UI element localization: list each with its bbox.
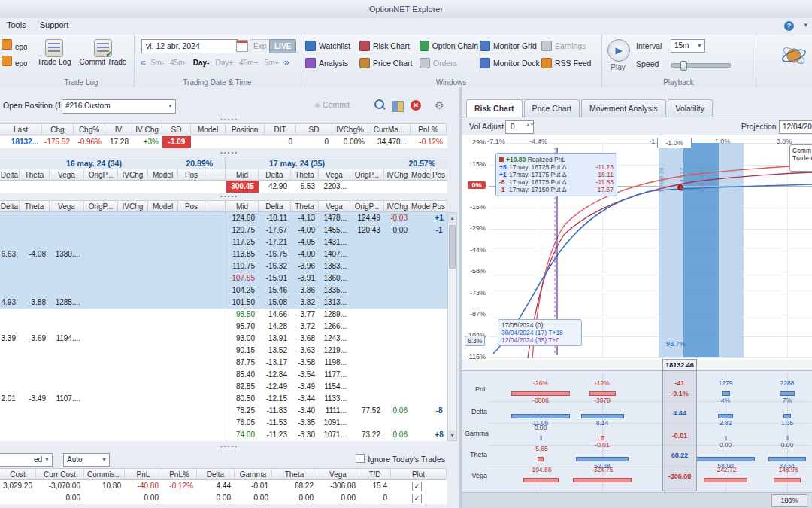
ignore-trades-checkbox[interactable]	[356, 454, 365, 463]
option-chain-row[interactable]: 95.70-14.28-3.721266...	[0, 321, 447, 333]
commit-button[interactable]: Commit	[314, 100, 350, 109]
option-chain-row[interactable]: 120.75-17.67-4.091455...120.430.00-1	[0, 224, 447, 236]
scroll-down-icon[interactable]: ▼	[448, 430, 456, 440]
option-chain-row[interactable]: 87.75-13.17-3.581198...	[0, 357, 447, 369]
column-header[interactable]: DIT	[265, 123, 296, 135]
help-icon[interactable]: ?	[784, 21, 794, 31]
position-selector[interactable]: #216 Custom	[62, 99, 176, 114]
column-header[interactable]: Gamma	[235, 468, 272, 480]
column-header[interactable]: Model	[148, 169, 178, 181]
speed-slider-thumb[interactable]	[680, 61, 687, 71]
speed-slider[interactable]	[671, 63, 731, 68]
column-header[interactable]: OrigP...	[84, 169, 118, 181]
tab-price-chart[interactable]: Price Chart	[524, 99, 580, 117]
splitter-dots[interactable]	[0, 194, 459, 199]
column-header[interactable]: Vega	[319, 169, 350, 181]
scroll-up-icon[interactable]: ▲	[448, 213, 456, 223]
column-header[interactable]: OrigP...	[350, 169, 384, 181]
column-header[interactable]	[205, 169, 226, 181]
expiry-left[interactable]: 16 may. 24 (34) 20.89%	[0, 157, 226, 169]
commit-trade-button[interactable]: Commit Trade	[78, 38, 128, 72]
nav-5m+[interactable]: 5m+	[261, 56, 282, 70]
nav-Day+[interactable]: Day+	[212, 56, 236, 70]
column-header[interactable]: Pos	[431, 169, 447, 181]
columns-icon[interactable]	[392, 101, 404, 112]
column-header[interactable]: Model	[411, 200, 431, 212]
nav-5m-[interactable]: 5m-	[148, 56, 167, 70]
option-chain-row[interactable]: 104.25-15.46-3.861335...	[0, 284, 447, 297]
expiry-right[interactable]: 17 may. 24 (35) 20.57%	[226, 157, 447, 169]
column-header[interactable]: Pos	[178, 200, 205, 212]
menu-support[interactable]: Support	[33, 18, 76, 32]
column-header[interactable]: Theta	[291, 200, 319, 212]
chain-scrollbar[interactable]: ▲ ▼	[447, 212, 457, 441]
column-header[interactable]: Theta	[291, 169, 319, 181]
play-button[interactable]	[607, 39, 630, 62]
plot-checkbox[interactable]: ✓	[412, 482, 422, 491]
column-header[interactable]: Delta	[197, 468, 235, 480]
auto-dropdown[interactable]: Auto	[63, 453, 110, 467]
column-header[interactable]: IVChg	[118, 200, 148, 212]
windows-item-monitor-grid[interactable]: Monitor Grid	[478, 38, 540, 53]
chain-upper-row[interactable]: 300.4542.90-6.532203...	[0, 181, 447, 193]
column-header[interactable]: IVChg	[118, 169, 148, 181]
option-chain-row[interactable]: 98.50-14.66-3.771289...	[0, 309, 447, 321]
column-header[interactable]: Model	[148, 200, 178, 212]
option-chain-row[interactable]: 90.15-13.52-3.631219...	[0, 345, 447, 357]
column-header[interactable]: Pos	[178, 169, 205, 181]
option-chain-row[interactable]: 110.75-16.32-3.961383...	[0, 260, 447, 272]
option-chain-row[interactable]: 124.60-18.11-4.131478...124.49-0.03+1	[0, 212, 447, 224]
windows-item-earnings[interactable]: Earnings	[540, 38, 592, 53]
windows-item-risk-chart[interactable]: Risk Chart	[358, 38, 418, 53]
column-header[interactable]: IVChg	[384, 200, 411, 212]
windows-item-orders[interactable]: Orders	[418, 56, 478, 71]
risk-chart[interactable]: +10.80 Realized PnL+817may. 16725 Put Δ-…	[462, 135, 812, 360]
column-header[interactable]: Theta	[20, 200, 50, 212]
option-chain-row[interactable]: 2.01-3.491107....80.50-12.15-3.441133...	[0, 393, 447, 405]
menu-tools[interactable]: Tools	[0, 18, 33, 32]
windows-item-option-chain[interactable]: Option Chain	[418, 38, 478, 53]
column-header[interactable]: Delta	[0, 169, 20, 181]
option-chain-row[interactable]: 107.65-15.91-3.911360...	[0, 272, 447, 284]
totals-row[interactable]: 0.000.000.000.000.000.000✓	[0, 492, 447, 504]
column-header[interactable]: Mid	[226, 169, 259, 181]
close-position-icon[interactable]: ✕	[411, 100, 421, 111]
column-header[interactable]: Pos	[431, 200, 447, 212]
nav-45m+[interactable]: 45m+	[236, 56, 261, 70]
tab-movement-analysis[interactable]: Movement Analysis	[581, 99, 665, 117]
column-header[interactable]: PnL%	[162, 468, 197, 480]
nav-Day-[interactable]: Day-	[190, 56, 213, 70]
column-header[interactable]: IVChg	[384, 169, 411, 181]
totals-row[interactable]: 3,029.20-3,070.0010.80-40.80-0.12%4.44-0…	[0, 480, 447, 492]
trade-log-button[interactable]: Trade Log	[35, 38, 74, 72]
windows-item-analysis[interactable]: Analysis	[304, 56, 358, 71]
vol-adjust-spinner[interactable]: 0	[505, 120, 534, 134]
column-header[interactable]: Delta	[0, 200, 20, 212]
column-header[interactable]: OrigP...	[84, 200, 118, 212]
nav-45m-[interactable]: 45m-	[167, 56, 190, 70]
column-header[interactable]: Theta	[272, 468, 317, 480]
reports-button[interactable]: eports	[0, 56, 27, 69]
ignore-trades-control[interactable]: Ignore Today's Trades	[356, 454, 445, 464]
calendar-icon[interactable]	[236, 40, 248, 52]
column-header[interactable]: Position	[226, 123, 265, 135]
column-header[interactable]: Delta	[259, 200, 291, 212]
exp-toggle[interactable]: Exp	[250, 39, 270, 53]
column-header[interactable]: PnL	[125, 468, 162, 480]
column-header[interactable]: Curr Cost	[36, 468, 84, 480]
ribbon-collapse-icon[interactable]: ▾	[804, 21, 807, 29]
interval-dropdown[interactable]: 15m	[671, 39, 705, 53]
nav-far-back-icon[interactable]: «	[138, 57, 148, 68]
option-chain-row[interactable]: 76.05-11.53-3.351091...	[0, 417, 447, 429]
column-header[interactable]: Model	[191, 123, 226, 135]
column-header[interactable]: Chg%	[74, 123, 105, 135]
column-header[interactable]: SD	[296, 123, 332, 135]
windows-item-monitor-dock[interactable]: Monitor Dock	[478, 56, 540, 71]
tab-volatility[interactable]: Volatility	[668, 99, 714, 117]
live-button[interactable]: LIVE	[269, 39, 296, 53]
zoom-search-icon[interactable]	[374, 99, 387, 112]
column-header[interactable]: Plot	[391, 468, 447, 480]
column-header[interactable]: Vega	[50, 200, 84, 212]
windows-item-rss-feed[interactable]: RSS Feed	[540, 56, 592, 71]
column-header[interactable]: IVChg%	[332, 123, 368, 135]
